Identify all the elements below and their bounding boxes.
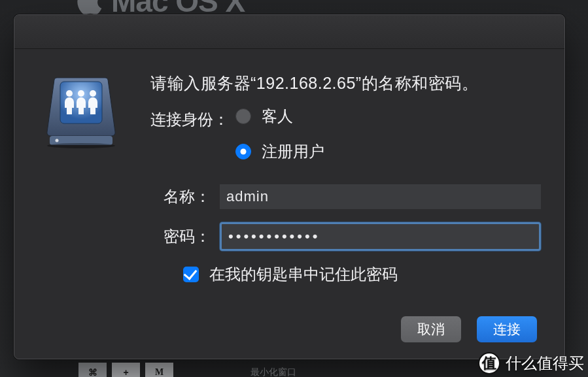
svg-point-2 <box>78 90 84 97</box>
watermark-badge-icon: 值 <box>478 352 500 374</box>
radio-registered-input[interactable] <box>235 144 251 159</box>
radio-option-registered[interactable]: 注册用户 <box>235 141 541 162</box>
radio-guest-label: 客人 <box>262 106 293 127</box>
svg-point-1 <box>66 90 73 97</box>
radio-option-guest[interactable]: 客人 <box>235 106 293 127</box>
remember-password-label: 在我的钥匙串中记住此密码 <box>209 264 398 285</box>
identity-label: 连接身份： <box>150 109 235 130</box>
svg-point-5 <box>47 143 115 148</box>
connect-button[interactable]: 连接 <box>477 316 537 342</box>
background-bottom-label: 最小化窗口 <box>251 367 296 377</box>
cancel-button[interactable]: 取消 <box>401 316 461 342</box>
watermark: 值 什么值得买 <box>478 352 584 374</box>
svg-point-6 <box>56 139 59 142</box>
background-keyboard-icon: ⌘ <box>78 363 107 377</box>
name-input[interactable] <box>220 184 541 209</box>
remember-password-checkbox[interactable] <box>183 267 199 282</box>
watermark-text: 什么值得买 <box>506 353 584 374</box>
background-bottom-toolbar: ⌘ + M 最小化窗口 <box>78 363 296 377</box>
background-plus-chip: + <box>112 363 140 377</box>
name-label: 名称： <box>150 186 211 207</box>
network-drive-icon <box>46 76 116 148</box>
background-m-chip: M <box>145 363 173 377</box>
dialog-prompt: 请输入服务器“192.168.2.65”的名称和密码。 <box>150 73 541 94</box>
server-connect-dialog: 请输入服务器“192.168.2.65”的名称和密码。 连接身份： 客人 注册用… <box>14 14 565 359</box>
dialog-titlebar <box>14 15 564 49</box>
radio-guest-input[interactable] <box>235 108 251 124</box>
radio-registered-label: 注册用户 <box>262 141 324 162</box>
password-input[interactable] <box>220 222 541 251</box>
apple-logo-icon <box>77 0 105 15</box>
password-label: 密码： <box>150 226 211 247</box>
remember-password-row[interactable]: 在我的钥匙串中记住此密码 <box>183 264 541 285</box>
svg-point-3 <box>90 90 96 97</box>
